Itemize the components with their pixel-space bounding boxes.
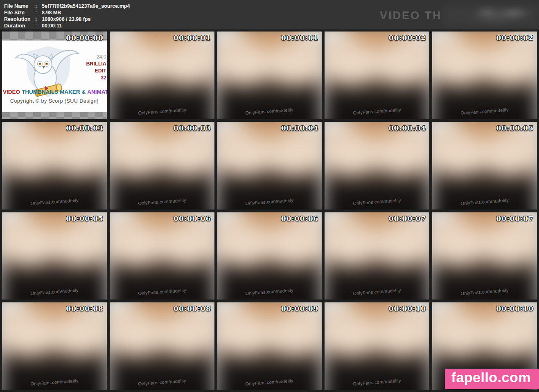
meta-colon: : <box>35 23 42 29</box>
frame-placeholder-art <box>325 212 429 300</box>
app-title-amp: & <box>82 89 86 95</box>
edition-info: 24.0 BRILLIA EDIT 32 <box>86 54 106 81</box>
thumb-timestamp: 00:00:08 <box>174 304 211 313</box>
video-frame-thumbnail: 00:00:07 OnlyFans.com/nudelily <box>432 212 537 300</box>
video-frame-thumbnail: 00:00:03 OnlyFans.com/nudelily <box>110 122 214 210</box>
meta-label: File Size <box>4 9 35 16</box>
meta-row-filesize: File Size : 8.98 MB <box>4 9 130 16</box>
app-title-video: VIDEO <box>3 89 20 95</box>
video-frame-thumbnail: 00:00:08 OnlyFans.com/nudelily <box>2 302 107 390</box>
app-title-animator: ANIMATOR <box>87 89 107 95</box>
edition-line: 32 <box>86 74 106 81</box>
video-frame-thumbnail: 00:00:06 OnlyFans.com/nudelily <box>110 212 214 300</box>
frame-placeholder-art <box>432 122 537 210</box>
meta-label: File Name <box>4 3 35 9</box>
logo-panel: 24.0 BRILLIA EDIT 32 VIDEOTHUMBNAILS MAK… <box>2 41 107 112</box>
app-title-maker: THUMBNAILS MAKER <box>22 89 80 95</box>
site-watermark-badge: fapello.com <box>445 369 539 389</box>
frame-placeholder-art <box>217 302 322 390</box>
video-frame-thumbnail: 00:00:06 OnlyFans.com/nudelily <box>217 212 322 300</box>
logo-card: 00:00:00 <box>2 32 107 119</box>
meta-label: Duration <box>4 23 35 29</box>
thumb-timestamp: 00:00:04 <box>389 124 426 132</box>
thumb-timestamp: 00:00:07 <box>389 214 426 223</box>
meta-value-filename: 5ef77f0f2b9a541237a9e_source.mp4 <box>42 3 130 9</box>
frame-placeholder-art <box>325 32 429 119</box>
meta-row-filename: File Name : 5ef77f0f2b9a541237a9e_source… <box>4 3 130 9</box>
thumb-timestamp: 00:00:04 <box>281 124 319 132</box>
frame-placeholder-art <box>2 122 107 210</box>
video-frame-thumbnail: 00:00:05 OnlyFans.com/nudelily <box>2 212 107 300</box>
app-title: VIDEOTHUMBNAILS MAKER&ANIMATOR <box>2 89 107 95</box>
frame-placeholder-art <box>217 212 322 300</box>
frame-placeholder-art <box>432 32 537 119</box>
frame-placeholder-art <box>217 122 322 210</box>
meta-value-resolution: 1080x906 / 23.98 fps <box>42 16 91 23</box>
thumb-timestamp: 00:00:03 <box>66 124 104 132</box>
blurred-watermark-patch <box>443 5 539 26</box>
frame-placeholder-art <box>432 212 537 300</box>
frame-placeholder-art <box>110 302 214 390</box>
copyright-line: Copyright © by Scorp (SUU Design) <box>2 98 107 104</box>
video-frame-thumbnail: 00:00:05 OnlyFans.com/nudelily <box>432 122 537 210</box>
frame-placeholder-art <box>110 32 214 119</box>
meta-colon: : <box>35 9 42 16</box>
logo-timestamp: 00:00:00 <box>66 34 104 42</box>
video-frame-thumbnail: 00:00:08 OnlyFans.com/nudelily <box>110 302 214 390</box>
meta-colon: : <box>35 16 42 23</box>
video-frame-thumbnail: 00:00:01 OnlyFans.com/nudelily <box>110 32 214 119</box>
video-frame-thumbnail: 00:00:04 OnlyFans.com/nudelily <box>217 122 322 210</box>
thumb-timestamp: 00:00:10 <box>389 304 426 313</box>
thumb-timestamp: 00:00:01 <box>174 34 211 42</box>
thumbnail-sheet: File Name : 5ef77f0f2b9a541237a9e_source… <box>0 0 539 392</box>
thumb-timestamp: 00:00:05 <box>496 124 534 132</box>
thumb-timestamp: 00:00:06 <box>174 214 211 223</box>
meta-value-filesize: 8.98 MB <box>42 9 61 16</box>
meta-row-duration: Duration : 00:00:11 <box>4 23 130 29</box>
video-frame-thumbnail: 00:00:02 OnlyFans.com/nudelily <box>325 32 429 119</box>
frame-placeholder-art <box>325 122 429 210</box>
thumb-timestamp: 00:00:10 <box>496 304 534 313</box>
video-frame-thumbnail: 00:00:10 OnlyFans.com/nudelily <box>325 302 429 390</box>
app-watermark-text: VIDEO TH <box>380 6 442 25</box>
video-frame-thumbnail: 00:00:03 OnlyFans.com/nudelily <box>2 122 107 210</box>
thumb-timestamp: 00:00:01 <box>281 34 319 42</box>
thumb-timestamp: 00:00:06 <box>281 214 319 223</box>
meta-value-duration: 00:00:11 <box>42 23 62 29</box>
frame-placeholder-art <box>110 122 214 210</box>
thumb-timestamp: 00:00:02 <box>389 34 426 42</box>
frame-placeholder-art <box>325 302 429 390</box>
meta-label: Resolution <box>4 16 35 23</box>
thumbnail-grid: 00:00:00 <box>0 29 539 392</box>
frame-placeholder-art <box>110 212 214 300</box>
thumb-timestamp: 00:00:02 <box>496 34 534 42</box>
video-frame-thumbnail: 00:00:07 OnlyFans.com/nudelily <box>325 212 429 300</box>
thumb-timestamp: 00:00:07 <box>496 214 534 223</box>
edition-line: 24.0 <box>86 54 106 61</box>
meta-row-resolution: Resolution : 1080x906 / 23.98 fps <box>4 16 130 23</box>
metadata-header: File Name : 5ef77f0f2b9a541237a9e_source… <box>0 0 539 29</box>
frame-placeholder-art <box>217 32 322 119</box>
video-frame-thumbnail: 00:00:02 OnlyFans.com/nudelily <box>432 32 537 119</box>
thumb-timestamp: 00:00:09 <box>281 304 319 313</box>
edition-line: BRILLIA <box>86 61 106 68</box>
thumb-timestamp: 00:00:03 <box>174 124 211 132</box>
frame-placeholder-art <box>2 212 107 300</box>
video-frame-thumbnail: 00:00:01 OnlyFans.com/nudelily <box>217 32 322 119</box>
meta-colon: : <box>35 3 42 9</box>
thumb-timestamp: 00:00:08 <box>66 304 104 313</box>
edition-line: EDIT <box>86 68 106 74</box>
video-frame-thumbnail: 00:00:09 OnlyFans.com/nudelily <box>217 302 322 390</box>
file-metadata: File Name : 5ef77f0f2b9a541237a9e_source… <box>4 3 130 29</box>
frame-placeholder-art <box>2 302 107 390</box>
video-frame-thumbnail: 00:00:04 OnlyFans.com/nudelily <box>325 122 429 210</box>
thumb-timestamp: 00:00:05 <box>66 214 104 223</box>
app-watermark: VIDEO TH <box>380 5 539 26</box>
